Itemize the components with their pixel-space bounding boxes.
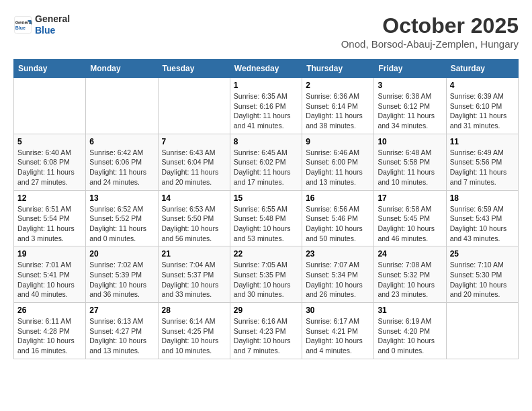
day-cell: 28Sunrise: 6:14 AM Sunset: 4:25 PM Dayli… bbox=[158, 303, 230, 359]
day-cell: 10Sunrise: 6:48 AM Sunset: 5:58 PM Dayli… bbox=[374, 134, 446, 190]
day-number: 7 bbox=[162, 137, 226, 146]
day-info: Sunrise: 7:04 AM Sunset: 5:37 PM Dayligh… bbox=[162, 260, 226, 300]
day-info: Sunrise: 7:10 AM Sunset: 5:30 PM Dayligh… bbox=[450, 260, 515, 300]
weekday-header-wednesday: Wednesday bbox=[230, 60, 302, 78]
day-info: Sunrise: 6:53 AM Sunset: 5:50 PM Dayligh… bbox=[162, 204, 226, 244]
day-cell: 26Sunrise: 6:11 AM Sunset: 4:28 PM Dayli… bbox=[14, 303, 86, 359]
logo-icon: General Blue bbox=[13, 15, 32, 34]
day-cell: 18Sunrise: 6:59 AM Sunset: 5:43 PM Dayli… bbox=[446, 190, 518, 246]
day-cell: 24Sunrise: 7:08 AM Sunset: 5:32 PM Dayli… bbox=[374, 246, 446, 303]
day-info: Sunrise: 6:14 AM Sunset: 4:25 PM Dayligh… bbox=[162, 316, 226, 356]
day-number: 3 bbox=[378, 81, 442, 90]
day-cell: 14Sunrise: 6:53 AM Sunset: 5:50 PM Dayli… bbox=[158, 190, 230, 246]
day-number: 29 bbox=[234, 306, 298, 315]
day-cell bbox=[86, 78, 158, 134]
day-number: 21 bbox=[162, 249, 226, 259]
day-cell: 29Sunrise: 6:16 AM Sunset: 4:23 PM Dayli… bbox=[230, 303, 302, 359]
svg-text:Blue: Blue bbox=[15, 26, 26, 30]
day-cell: 2Sunrise: 6:36 AM Sunset: 6:14 PM Daylig… bbox=[302, 78, 374, 134]
day-info: Sunrise: 7:08 AM Sunset: 5:32 PM Dayligh… bbox=[378, 260, 442, 300]
day-cell: 12Sunrise: 6:51 AM Sunset: 5:54 PM Dayli… bbox=[14, 190, 86, 246]
week-row-3: 12Sunrise: 6:51 AM Sunset: 5:54 PM Dayli… bbox=[14, 190, 519, 246]
day-number: 4 bbox=[450, 81, 515, 90]
day-number: 6 bbox=[89, 137, 154, 146]
day-cell: 13Sunrise: 6:52 AM Sunset: 5:52 PM Dayli… bbox=[86, 190, 158, 246]
week-row-2: 5Sunrise: 6:40 AM Sunset: 6:08 PM Daylig… bbox=[14, 134, 519, 190]
weekday-header-friday: Friday bbox=[374, 60, 446, 78]
day-info: Sunrise: 7:02 AM Sunset: 5:39 PM Dayligh… bbox=[89, 260, 154, 300]
day-number: 25 bbox=[450, 249, 515, 259]
title-section: October 2025 Onod, Borsod-Abauj-Zemplen,… bbox=[341, 13, 519, 50]
day-number: 8 bbox=[234, 137, 298, 146]
day-number: 19 bbox=[17, 249, 82, 259]
weekday-header-thursday: Thursday bbox=[302, 60, 374, 78]
day-info: Sunrise: 6:13 AM Sunset: 4:27 PM Dayligh… bbox=[89, 316, 154, 356]
day-number: 9 bbox=[306, 137, 370, 146]
weekday-header-row: SundayMondayTuesdayWednesdayThursdayFrid… bbox=[14, 60, 519, 78]
day-cell: 27Sunrise: 6:13 AM Sunset: 4:27 PM Dayli… bbox=[86, 303, 158, 359]
day-info: Sunrise: 6:16 AM Sunset: 4:23 PM Dayligh… bbox=[234, 316, 298, 356]
day-number: 18 bbox=[450, 193, 515, 203]
day-info: Sunrise: 6:19 AM Sunset: 4:20 PM Dayligh… bbox=[378, 316, 442, 356]
day-cell: 9Sunrise: 6:46 AM Sunset: 6:00 PM Daylig… bbox=[302, 134, 374, 190]
week-row-5: 26Sunrise: 6:11 AM Sunset: 4:28 PM Dayli… bbox=[14, 303, 519, 359]
day-info: Sunrise: 6:42 AM Sunset: 6:06 PM Dayligh… bbox=[89, 148, 154, 187]
day-number: 31 bbox=[378, 306, 442, 315]
day-info: Sunrise: 6:56 AM Sunset: 5:46 PM Dayligh… bbox=[306, 204, 370, 244]
day-cell: 7Sunrise: 6:43 AM Sunset: 6:04 PM Daylig… bbox=[158, 134, 230, 190]
day-number: 15 bbox=[234, 193, 298, 203]
day-info: Sunrise: 7:07 AM Sunset: 5:34 PM Dayligh… bbox=[306, 260, 370, 300]
day-number: 22 bbox=[234, 249, 298, 259]
logo: General Blue General Blue bbox=[13, 13, 70, 36]
day-info: Sunrise: 6:48 AM Sunset: 5:58 PM Dayligh… bbox=[378, 148, 442, 187]
day-number: 14 bbox=[162, 193, 226, 203]
day-number: 23 bbox=[306, 249, 370, 259]
day-info: Sunrise: 6:11 AM Sunset: 4:28 PM Dayligh… bbox=[17, 316, 82, 356]
day-info: Sunrise: 6:51 AM Sunset: 5:54 PM Dayligh… bbox=[17, 204, 82, 244]
day-cell: 31Sunrise: 6:19 AM Sunset: 4:20 PM Dayli… bbox=[374, 303, 446, 359]
day-number: 10 bbox=[378, 137, 442, 146]
day-cell: 17Sunrise: 6:58 AM Sunset: 5:45 PM Dayli… bbox=[374, 190, 446, 246]
day-info: Sunrise: 6:39 AM Sunset: 6:10 PM Dayligh… bbox=[450, 91, 515, 131]
day-cell: 3Sunrise: 6:38 AM Sunset: 6:12 PM Daylig… bbox=[374, 78, 446, 134]
weekday-header-tuesday: Tuesday bbox=[158, 60, 230, 78]
day-cell: 15Sunrise: 6:55 AM Sunset: 5:48 PM Dayli… bbox=[230, 190, 302, 246]
day-number: 17 bbox=[378, 193, 442, 203]
day-cell: 8Sunrise: 6:45 AM Sunset: 6:02 PM Daylig… bbox=[230, 134, 302, 190]
day-info: Sunrise: 6:55 AM Sunset: 5:48 PM Dayligh… bbox=[234, 204, 298, 244]
day-number: 12 bbox=[17, 193, 82, 203]
day-number: 1 bbox=[234, 81, 298, 90]
day-cell bbox=[14, 78, 86, 134]
day-info: Sunrise: 6:58 AM Sunset: 5:45 PM Dayligh… bbox=[378, 204, 442, 244]
day-number: 30 bbox=[306, 306, 370, 315]
day-cell: 5Sunrise: 6:40 AM Sunset: 6:08 PM Daylig… bbox=[14, 134, 86, 190]
weekday-header-monday: Monday bbox=[86, 60, 158, 78]
logo-line2: Blue bbox=[35, 25, 70, 36]
day-number: 5 bbox=[17, 137, 82, 146]
logo-line1: General bbox=[35, 13, 70, 25]
calendar-table: SundayMondayTuesdayWednesdayThursdayFrid… bbox=[13, 59, 519, 359]
day-info: Sunrise: 6:36 AM Sunset: 6:14 PM Dayligh… bbox=[306, 91, 370, 131]
day-info: Sunrise: 6:49 AM Sunset: 5:56 PM Dayligh… bbox=[450, 148, 515, 187]
day-cell: 19Sunrise: 7:01 AM Sunset: 5:41 PM Dayli… bbox=[14, 246, 86, 303]
day-cell: 22Sunrise: 7:05 AM Sunset: 5:35 PM Dayli… bbox=[230, 246, 302, 303]
day-cell: 23Sunrise: 7:07 AM Sunset: 5:34 PM Dayli… bbox=[302, 246, 374, 303]
day-info: Sunrise: 6:38 AM Sunset: 6:12 PM Dayligh… bbox=[378, 91, 442, 131]
day-info: Sunrise: 6:52 AM Sunset: 5:52 PM Dayligh… bbox=[89, 204, 154, 244]
day-info: Sunrise: 7:01 AM Sunset: 5:41 PM Dayligh… bbox=[17, 260, 82, 300]
day-cell: 21Sunrise: 7:04 AM Sunset: 5:37 PM Dayli… bbox=[158, 246, 230, 303]
day-cell: 20Sunrise: 7:02 AM Sunset: 5:39 PM Dayli… bbox=[86, 246, 158, 303]
day-info: Sunrise: 6:40 AM Sunset: 6:08 PM Dayligh… bbox=[17, 148, 82, 187]
day-cell: 30Sunrise: 6:17 AM Sunset: 4:21 PM Dayli… bbox=[302, 303, 374, 359]
day-info: Sunrise: 6:59 AM Sunset: 5:43 PM Dayligh… bbox=[450, 204, 515, 244]
month-title: October 2025 bbox=[341, 13, 519, 38]
day-cell bbox=[446, 303, 518, 359]
day-number: 28 bbox=[162, 306, 226, 315]
day-cell: 1Sunrise: 6:35 AM Sunset: 6:16 PM Daylig… bbox=[230, 78, 302, 134]
day-info: Sunrise: 6:46 AM Sunset: 6:00 PM Dayligh… bbox=[306, 148, 370, 187]
day-info: Sunrise: 6:17 AM Sunset: 4:21 PM Dayligh… bbox=[306, 316, 370, 356]
day-cell: 6Sunrise: 6:42 AM Sunset: 6:06 PM Daylig… bbox=[86, 134, 158, 190]
day-cell: 4Sunrise: 6:39 AM Sunset: 6:10 PM Daylig… bbox=[446, 78, 518, 134]
day-number: 27 bbox=[89, 306, 154, 315]
day-number: 2 bbox=[306, 81, 370, 90]
